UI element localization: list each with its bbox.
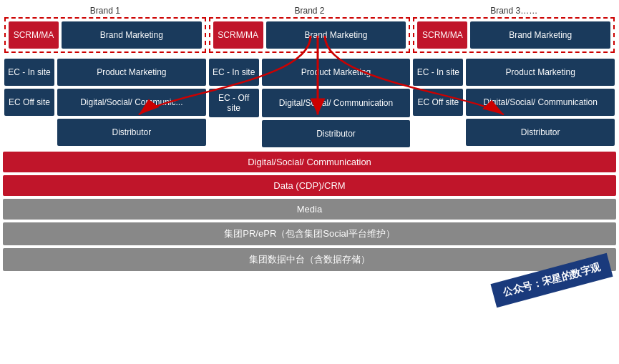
brand-3-product-marketing: Product Marketing <box>466 59 615 86</box>
brand-3-distributor: Distributor <box>466 119 615 146</box>
brand-3-group: Brand 3…… SCRM/MA Brand Marketing EC - I… <box>411 6 616 147</box>
brand-3-scrm: SCRM/MA <box>417 21 467 49</box>
bar-pr-epr: 集团PR/ePR（包含集团Social平台维护） <box>3 222 616 245</box>
brand-3-dashed-box: SCRM/MA Brand Marketing <box>413 17 615 53</box>
brand-2-ec-offsite: EC - Off site <box>209 89 259 117</box>
brand-1-ec-insite: EC - In site <box>4 59 54 86</box>
brand-1-digital-social: Digital/Social/ Communic... <box>57 89 206 116</box>
brand-2-scrm: SCRM/MA <box>213 21 263 49</box>
bottom-bars: Digital/Social/ Communication Data (CDP)… <box>3 152 616 271</box>
brand-2-group: Brand 2 SCRM/MA Brand Marketing EC - In … <box>208 6 412 147</box>
bar-digital-social: Digital/Social/ Communication <box>3 152 616 172</box>
brand-1-distributor: Distributor <box>57 119 206 146</box>
bar-media: Media <box>3 199 616 220</box>
bar-data-cdp-crm: Data (CDP)/CRM <box>3 175 616 196</box>
brand-1-product-marketing: Product Marketing <box>57 59 206 86</box>
brand-2-brand-marketing: Brand Marketing <box>266 21 406 49</box>
brand-2-distributor: Distributor <box>262 120 411 147</box>
brand-1-brand-marketing: Brand Marketing <box>62 21 202 49</box>
brand-2-ec-insite: EC - In site <box>209 59 259 86</box>
brand-2-label: Brand 2 <box>209 6 411 16</box>
bar-data-hub: 集团数据中台（含数据存储） <box>3 248 616 271</box>
brand-1-label: Brand 1 <box>4 6 206 16</box>
brand-3-ec-insite: EC - In site <box>413 59 463 86</box>
brand-3-brand-marketing: Brand Marketing <box>470 21 610 49</box>
brand-1-group: Brand 1 SCRM/MA Brand Marketing EC - In … <box>3 6 208 147</box>
brand-2-dashed-box: SCRM/MA Brand Marketing <box>209 17 411 53</box>
brand-3-label: Brand 3…… <box>413 6 615 16</box>
brand-1-scrm: SCRM/MA <box>9 21 59 49</box>
brand-3-digital-social: Digital/Social/ Communication <box>466 89 615 116</box>
brand-2-digital-social: Digital/Social/ Communication <box>262 89 411 117</box>
brand-2-product-marketing: Product Marketing <box>262 59 411 86</box>
brand-1-ec-offsite: EC Off site <box>4 89 54 116</box>
brand-3-ec-offsite: EC Off site <box>413 89 463 116</box>
brand-1-dashed-box: SCRM/MA Brand Marketing <box>4 17 206 53</box>
